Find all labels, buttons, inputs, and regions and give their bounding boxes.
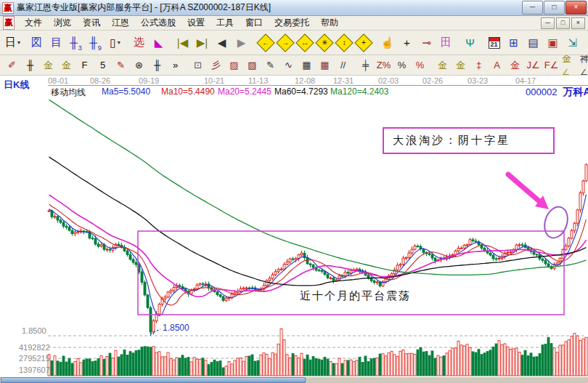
menu-item-settings[interactable]: 设置: [181, 15, 211, 31]
parallel-lines-button[interactable]: //: [334, 57, 352, 73]
draw-marker-button[interactable]: ✎: [112, 57, 130, 73]
measure-bars-button[interactable]: ╪: [356, 57, 375, 73]
next-page-button[interactable]: ▶: [232, 33, 251, 52]
calendar-tool-button[interactable]: 21: [484, 33, 504, 52]
annotation-text-box[interactable]: 大浪淘沙：阴十字星: [383, 127, 555, 154]
mdi-controls: ─ □ ×: [539, 17, 585, 29]
kline-chart[interactable]: [0, 76, 588, 383]
menu-item-tools[interactable]: 工具: [211, 15, 240, 31]
last-page-button[interactable]: ▶|: [192, 33, 212, 52]
hand-tool-button[interactable]: ☝: [377, 33, 397, 52]
date-label: 11-13: [248, 76, 268, 85]
gann-wheel-icon: ⊛: [135, 60, 143, 70]
percent-plain-button[interactable]: %: [393, 57, 411, 73]
mdi-minimize-button[interactable]: ─: [541, 17, 555, 29]
menu-item-trade[interactable]: 交易委托: [269, 15, 315, 31]
info-view-button[interactable]: 目: [46, 33, 66, 52]
save-tool-button[interactable]: ▣: [543, 33, 563, 52]
golden-bar-button[interactable]: 金: [452, 57, 470, 73]
zoom-all-button[interactable]: ✳: [314, 33, 334, 52]
multi-chart-9-button[interactable]: ╫9: [86, 33, 105, 52]
ma-legend-item: Ma5=5.5040: [102, 86, 150, 97]
crosshair-tool-button[interactable]: +: [397, 33, 417, 52]
percent-red-icon: %: [416, 60, 425, 70]
mdi-restore-button[interactable]: □: [556, 17, 570, 29]
fan-rays-button[interactable]: 彡: [207, 57, 225, 73]
menu-item-browse[interactable]: 浏览: [48, 15, 77, 31]
multi-chart-3-button[interactable]: ╫3: [66, 33, 86, 52]
horizontal-scrollbar[interactable]: [0, 377, 588, 383]
golden-under-button[interactable]: 金: [506, 57, 524, 73]
menu-items: 文件浏览资讯江恩公式选股设置工具窗口交易委托帮助: [19, 15, 344, 31]
gann-scale-1-button[interactable]: ╫: [21, 57, 39, 73]
percent-zone-button[interactable]: Z%: [375, 57, 393, 73]
smart-analysis-button[interactable]: Ψ: [460, 33, 480, 52]
grid-dense-button[interactable]: ▦: [298, 57, 316, 73]
zoom-area-button[interactable]: 図: [27, 33, 46, 52]
pan-all-button[interactable]: +: [354, 33, 373, 52]
menu-item-gann[interactable]: 江恩: [106, 15, 135, 31]
print-tool-button[interactable]: ⊟: [582, 33, 588, 52]
a-wave-button[interactable]: A: [488, 57, 506, 73]
doji-circle[interactable]: [541, 203, 571, 241]
f-ruler-button[interactable]: F: [75, 57, 94, 73]
memo-tool-button[interactable]: ▤: [523, 33, 543, 52]
multi-chart-3-icon: ╫: [70, 36, 78, 49]
spiral-5-button[interactable]: 5: [94, 57, 112, 73]
sector-histogram-button[interactable]: ◣: [149, 33, 168, 52]
fan-rays-icon: 彡: [211, 59, 221, 72]
scrollbar-thumb[interactable]: [1, 377, 306, 383]
vertical-marker-button[interactable]: ‡: [470, 57, 488, 73]
zoom-vertical-button[interactable]: ↕: [334, 33, 354, 52]
mdi-close-button[interactable]: ×: [571, 17, 585, 29]
gann-wheel-button[interactable]: ⊛: [130, 57, 148, 73]
menu-item-help[interactable]: 帮助: [315, 15, 344, 31]
zigzag-wave-button[interactable]: ∿: [279, 57, 298, 73]
period-day-button[interactable]: 日▾: [3, 33, 23, 52]
golden-circle-button[interactable]: 金: [433, 57, 452, 73]
grid-shift-button[interactable]: ▦: [316, 57, 334, 73]
box-fan-2-button[interactable]: ▨: [243, 57, 261, 73]
box-fan-1-button[interactable]: ▨: [225, 57, 243, 73]
menu-item-window[interactable]: 窗口: [240, 15, 269, 31]
close-button[interactable]: ×: [565, 1, 587, 15]
trend-arrow[interactable]: [508, 174, 549, 209]
pan-right-button[interactable]: →: [275, 33, 295, 52]
candle-style-button[interactable]: ▯▾: [105, 33, 125, 52]
pencil-line-button[interactable]: ✎: [261, 57, 279, 73]
draw-pen-button[interactable]: ✐: [3, 57, 21, 73]
calculator-tool-button[interactable]: ⊞: [504, 33, 523, 52]
pan-left-button[interactable]: ←: [256, 33, 275, 52]
export-tool-button[interactable]: ⇲: [563, 33, 582, 52]
gann-grid-pink-button[interactable]: 田: [436, 33, 456, 52]
spiral-5-icon: 5: [100, 60, 105, 70]
stock-pick-button[interactable]: 选: [129, 33, 149, 52]
hand-tool-icon: ☝: [380, 36, 394, 49]
f-angle-button[interactable]: F∠: [542, 57, 560, 73]
menu-item-news[interactable]: 资讯: [77, 15, 106, 31]
maximize-button[interactable]: □: [544, 1, 565, 15]
box-frame-button[interactable]: ⊡: [189, 57, 207, 73]
platform-annotation-text[interactable]: 近十个月的平台震荡: [300, 289, 411, 303]
menu-item-formula-pick[interactable]: 公式选股: [135, 15, 181, 31]
box-frame-icon: ⊡: [194, 60, 202, 70]
first-page-button[interactable]: |◀: [173, 33, 192, 52]
percent-red-button[interactable]: %: [411, 57, 429, 73]
pan-left-icon: ←: [256, 33, 274, 52]
trendline-tool-button[interactable]: ⊸: [417, 33, 436, 52]
gann-scale-2-icon: ╫: [154, 60, 160, 70]
prev-page-icon: ◀: [218, 36, 226, 49]
candle-style-icon: ▯: [110, 36, 115, 49]
prev-page-button[interactable]: ◀: [212, 33, 232, 52]
shen-angle-button[interactable]: 神∠: [579, 57, 588, 73]
menu-item-file[interactable]: 文件: [19, 15, 48, 31]
j-angle-button[interactable]: J∠: [524, 57, 542, 73]
more-tools-button[interactable]: »: [166, 57, 184, 73]
golden-section-h-button[interactable]: 金: [57, 57, 75, 73]
golden-angle-button[interactable]: 金∠: [560, 57, 579, 73]
low-price-annotation[interactable]: 1.8500: [163, 323, 189, 333]
minimize-button[interactable]: ─: [522, 1, 543, 15]
gann-scale-2-button[interactable]: ╫: [148, 57, 166, 73]
zoom-horizontal-button[interactable]: ↔: [295, 33, 314, 52]
golden-section-v-button[interactable]: 金: [39, 57, 57, 73]
